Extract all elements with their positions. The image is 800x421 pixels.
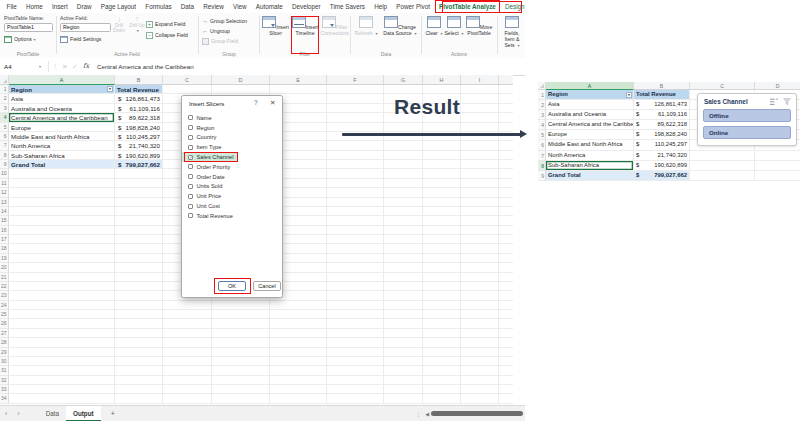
cell-B16[interactable]: [115, 226, 163, 235]
cell-B1[interactable]: Total Revenue: [115, 85, 163, 94]
cell-B13[interactable]: [115, 198, 163, 207]
cell-A31[interactable]: [9, 366, 115, 375]
result-select-all-corner[interactable]: [538, 82, 546, 90]
result-cell-B2[interactable]: $126,861,473: [634, 100, 690, 110]
cell-J5[interactable]: [499, 123, 513, 132]
cell-B8[interactable]: $190,620,899: [115, 151, 163, 160]
cell-F11[interactable]: [327, 179, 384, 188]
cell-E26[interactable]: [270, 319, 327, 328]
checkbox[interactable]: [188, 164, 193, 169]
cell-G20[interactable]: [384, 263, 423, 272]
cell-G18[interactable]: [384, 244, 423, 253]
cell-J29[interactable]: [499, 348, 513, 357]
ribbon-tab-time-savers[interactable]: Time Savers: [325, 0, 369, 13]
name-box[interactable]: A4: [4, 58, 12, 75]
result-column-header-D[interactable]: D: [755, 82, 800, 90]
column-header-I[interactable]: I: [461, 75, 499, 85]
cell-F27[interactable]: [327, 329, 384, 338]
cell-B9[interactable]: $799,027,662: [115, 160, 163, 169]
ribbon-tab-developer[interactable]: Developer: [287, 0, 325, 13]
cell-A23[interactable]: [9, 291, 115, 300]
prev-sheet-icon[interactable]: ‹: [0, 410, 12, 417]
row-header-13[interactable]: 13: [0, 198, 9, 207]
cell-A8[interactable]: Sub-Saharan Africa: [9, 151, 115, 160]
cell-H23[interactable]: [423, 291, 461, 300]
cell-C29[interactable]: [163, 348, 212, 357]
cell-F32[interactable]: [327, 376, 384, 385]
cell-G26[interactable]: [384, 319, 423, 328]
row-header-3[interactable]: 3: [0, 104, 9, 113]
cell-G13[interactable]: [384, 198, 423, 207]
cell-F34[interactable]: [327, 394, 384, 403]
row-header-28[interactable]: 28: [0, 338, 9, 347]
cell-C31[interactable]: [163, 366, 212, 375]
cell-A14[interactable]: [9, 207, 115, 216]
result-row-header-8[interactable]: 8: [538, 161, 546, 171]
cell-C33[interactable]: [163, 385, 212, 394]
result-cell-C9[interactable]: [690, 171, 755, 181]
cell-H1[interactable]: [423, 85, 461, 94]
cell-A34[interactable]: [9, 394, 115, 403]
cell-B27[interactable]: [115, 329, 163, 338]
cell-D27[interactable]: [212, 329, 270, 338]
cell-H16[interactable]: [423, 226, 461, 235]
cell-G24[interactable]: [384, 301, 423, 310]
cell-A28[interactable]: [9, 338, 115, 347]
active-field-input[interactable]: Region: [60, 23, 111, 32]
result-cell-B3[interactable]: $61,109,116: [634, 110, 690, 120]
checkbox[interactable]: [188, 194, 193, 199]
cell-B5[interactable]: $198,828,240: [115, 123, 163, 132]
ribbon-tab-insert[interactable]: Insert: [47, 0, 72, 13]
cell-B7[interactable]: $21,740,320: [115, 141, 163, 150]
cell-B18[interactable]: [115, 244, 163, 253]
cell-B3[interactable]: $61,109,116: [115, 104, 163, 113]
cell-I14[interactable]: [461, 207, 499, 216]
cell-B23[interactable]: [115, 291, 163, 300]
result-cell-B5[interactable]: $198,828,240: [634, 130, 690, 140]
cell-G15[interactable]: [384, 216, 423, 225]
cell-G29[interactable]: [384, 348, 423, 357]
result-cell-A9[interactable]: Grand Total: [546, 171, 634, 181]
row-header-29[interactable]: 29: [0, 348, 9, 357]
row-header-16[interactable]: 16: [0, 226, 9, 235]
cell-F25[interactable]: [327, 310, 384, 319]
collapse-field-button[interactable]: −Collapse Field: [146, 31, 188, 39]
cell-J16[interactable]: [499, 226, 513, 235]
cell-G27[interactable]: [384, 329, 423, 338]
cell-F20[interactable]: [327, 263, 384, 272]
cell-I31[interactable]: [461, 366, 499, 375]
cell-E31[interactable]: [270, 366, 327, 375]
region-filter-icon[interactable]: ▾: [107, 86, 113, 92]
cell-A4[interactable]: Central America and the Caribbean: [9, 113, 115, 122]
cell-F4[interactable]: [327, 113, 384, 122]
horizontal-scrollbar-thumb[interactable]: [431, 411, 523, 416]
row-header-2[interactable]: 2: [0, 94, 9, 103]
ribbon-tab-home[interactable]: Home: [21, 0, 47, 13]
cell-F31[interactable]: [327, 366, 384, 375]
cell-A7[interactable]: North America: [9, 141, 115, 150]
cell-A22[interactable]: [9, 282, 115, 291]
cell-C1[interactable]: [163, 85, 212, 94]
result-row-header-1[interactable]: 1: [538, 90, 546, 100]
cell-I33[interactable]: [461, 385, 499, 394]
cell-C32[interactable]: [163, 376, 212, 385]
result-cell-D8[interactable]: [755, 161, 800, 171]
ribbon-tab-formulas[interactable]: Formulas: [141, 0, 176, 13]
cell-J32[interactable]: [499, 376, 513, 385]
cell-F19[interactable]: [327, 254, 384, 263]
cell-B17[interactable]: [115, 235, 163, 244]
column-header-G[interactable]: G: [384, 75, 423, 85]
slicer-field-option-country[interactable]: Country: [182, 133, 282, 143]
cell-F30[interactable]: [327, 357, 384, 366]
result-column-header-B[interactable]: B: [634, 82, 690, 90]
select-all-corner[interactable]: [0, 75, 9, 85]
cell-G22[interactable]: [384, 282, 423, 291]
cell-F1[interactable]: [327, 85, 384, 94]
cell-B32[interactable]: [115, 376, 163, 385]
cell-F12[interactable]: [327, 188, 384, 197]
sheet-tab-output[interactable]: Output: [66, 406, 101, 421]
clear-button[interactable]: Clear ▾: [424, 16, 444, 37]
cell-H29[interactable]: [423, 348, 461, 357]
checkbox[interactable]: [188, 174, 193, 179]
cell-G16[interactable]: [384, 226, 423, 235]
